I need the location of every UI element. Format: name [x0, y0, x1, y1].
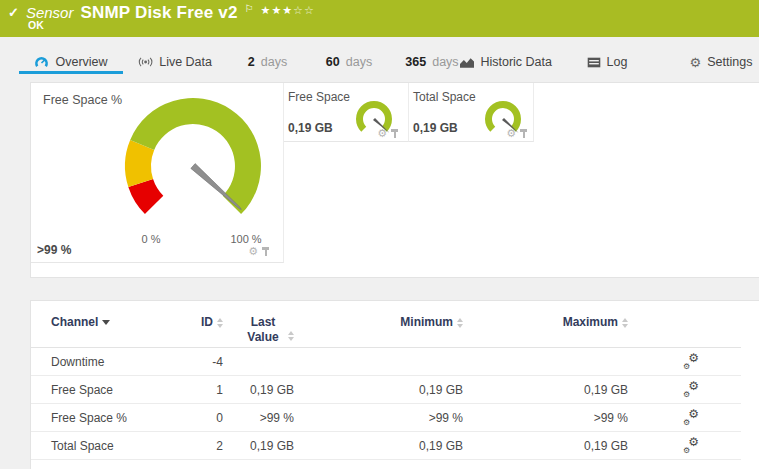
- table-row-free-space[interactable]: Free Space 1 0,19 GB 0,19 GB 0,19 GB ⚙⚙: [31, 376, 741, 404]
- channel-last-value: >99 %: [223, 411, 294, 425]
- tab-live-data-label: Live Data: [159, 55, 212, 69]
- tab-log[interactable]: Log: [583, 50, 631, 74]
- panel-gear-icon[interactable]: ⚙: [506, 128, 516, 139]
- table-row-total-space[interactable]: Total Space 2 0,19 GB 0,19 GB 0,19 GB ⚙⚙: [31, 432, 741, 460]
- historic-chart-icon: [460, 57, 474, 68]
- tab-historic-data-label: Historic Data: [480, 55, 552, 69]
- channel-maximum: 0,19 GB: [463, 383, 628, 397]
- gauge-min-label: 0 %: [131, 233, 171, 245]
- log-icon: [587, 57, 601, 68]
- channel-name: Total Space: [51, 439, 161, 453]
- tab-365-days[interactable]: 365 days: [403, 50, 461, 74]
- gauge-icon: [34, 56, 49, 69]
- free-space-title: Free Space: [288, 90, 350, 104]
- panel-pin-icon[interactable]: [262, 247, 269, 257]
- channel-id: 2: [161, 439, 223, 453]
- status-check-icon: ✓: [8, 5, 19, 20]
- total-space-panel: Total Space 0,19 GB ⚙: [409, 83, 534, 142]
- overview-gauges-card: Free Space % 0 % 100 % >99 % ⚙ Free Spac…: [30, 82, 759, 278]
- sensor-title: SNMP Disk Free v2: [80, 3, 237, 23]
- channel-maximum: 0,19 GB: [463, 439, 628, 453]
- channel-settings-icon[interactable]: ⚙⚙: [683, 409, 699, 424]
- free-space-pct-gauge: [113, 86, 273, 246]
- tab-settings-label: Settings: [707, 55, 752, 69]
- column-header-id-label: ID: [201, 315, 213, 329]
- tab-log-label: Log: [607, 55, 628, 69]
- channel-settings-icon[interactable]: ⚙⚙: [683, 353, 699, 368]
- main-gauge-panel: Free Space % 0 % 100 % >99 % ⚙: [31, 83, 284, 263]
- tab-overview-label: Overview: [55, 55, 107, 69]
- flag-icon[interactable]: ⚐: [245, 3, 254, 14]
- sensor-status-bar: ✓ Sensor SNMP Disk Free v2 ⚐ ★★★☆☆ OK: [0, 0, 759, 37]
- active-tab-underline: [19, 71, 123, 74]
- channel-id: -4: [161, 355, 223, 369]
- column-header-last-value-label: Last Value: [242, 315, 284, 345]
- free-space-pct-value: >99 %: [37, 243, 71, 257]
- channel-settings-icon[interactable]: ⚙⚙: [683, 381, 699, 396]
- column-header-last-value[interactable]: Last Value: [242, 315, 294, 345]
- channel-settings-icon[interactable]: ⚙⚙: [683, 437, 699, 452]
- channel-table: Channel ID Last Value Minimum Maximum: [31, 301, 741, 460]
- settings-gear-icon: ⚙: [690, 56, 702, 69]
- channel-last-value: 0,19 GB: [223, 383, 294, 397]
- column-header-maximum[interactable]: Maximum: [563, 315, 628, 329]
- tab-60-days-unit: days: [346, 55, 372, 69]
- stars-filled: ★★★: [261, 4, 294, 16]
- sort-desc-icon: [102, 320, 110, 325]
- column-header-minimum-label: Minimum: [400, 315, 453, 329]
- channel-table-header: Channel ID Last Value Minimum Maximum: [31, 301, 741, 348]
- tab-365-days-value: 365: [405, 55, 426, 69]
- channel-last-value: 0,19 GB: [223, 439, 294, 453]
- free-space-value: 0,19 GB: [288, 121, 333, 135]
- table-row-free-space-pct[interactable]: Free Space % 0 >99 % >99 % >99 % ⚙⚙: [31, 404, 741, 432]
- tab-60-days[interactable]: 60 days: [323, 50, 375, 74]
- panel-pin-icon[interactable]: [520, 129, 527, 139]
- priority-stars[interactable]: ★★★☆☆: [261, 4, 315, 17]
- tab-live-data[interactable]: Live Data: [138, 50, 212, 74]
- sort-icon: [288, 331, 294, 341]
- live-data-icon: [138, 56, 153, 68]
- panel-pin-icon[interactable]: [391, 129, 398, 139]
- column-header-id[interactable]: ID: [201, 315, 223, 329]
- tab-2-days[interactable]: 2 days: [245, 50, 290, 74]
- panel-gear-icon[interactable]: ⚙: [377, 128, 387, 139]
- total-space-title: Total Space: [413, 90, 476, 104]
- column-header-maximum-label: Maximum: [563, 315, 618, 329]
- total-space-value: 0,19 GB: [413, 121, 458, 135]
- tab-2-days-unit: days: [261, 55, 287, 69]
- tab-historic-data[interactable]: Historic Data: [460, 50, 552, 74]
- channel-minimum: >99 %: [294, 411, 463, 425]
- column-header-channel-label: Channel: [51, 315, 98, 329]
- stars-empty: ☆☆: [293, 4, 315, 16]
- main-gauge-title: Free Space %: [43, 93, 122, 107]
- channel-minimum: 0,19 GB: [294, 383, 463, 397]
- prtg-sensor-page: ✓ Sensor SNMP Disk Free v2 ⚐ ★★★☆☆ OK Ov…: [0, 0, 759, 469]
- sort-icon: [622, 318, 628, 328]
- channel-name: Free Space: [51, 383, 161, 397]
- channel-maximum: >99 %: [463, 411, 628, 425]
- panel-gear-icon[interactable]: ⚙: [248, 246, 258, 257]
- channel-id: 0: [161, 411, 223, 425]
- table-row-downtime[interactable]: Downtime -4 ⚙⚙: [31, 348, 741, 376]
- status-badge: OK: [28, 19, 44, 31]
- channel-id: 1: [161, 383, 223, 397]
- tab-365-days-unit: days: [432, 55, 458, 69]
- tab-2-days-value: 2: [248, 55, 255, 69]
- free-space-panel: Free Space 0,19 GB ⚙: [284, 83, 409, 142]
- tab-settings[interactable]: ⚙ Settings: [686, 50, 756, 74]
- column-header-minimum[interactable]: Minimum: [400, 315, 463, 329]
- channel-table-card: Channel ID Last Value Minimum Maximum: [30, 300, 759, 469]
- tab-60-days-value: 60: [326, 55, 340, 69]
- channel-name: Downtime: [51, 355, 161, 369]
- column-header-channel[interactable]: Channel: [51, 315, 110, 329]
- channel-minimum: 0,19 GB: [294, 439, 463, 453]
- channel-name: Free Space %: [51, 411, 161, 425]
- gauge-max-label: 100 %: [221, 233, 271, 245]
